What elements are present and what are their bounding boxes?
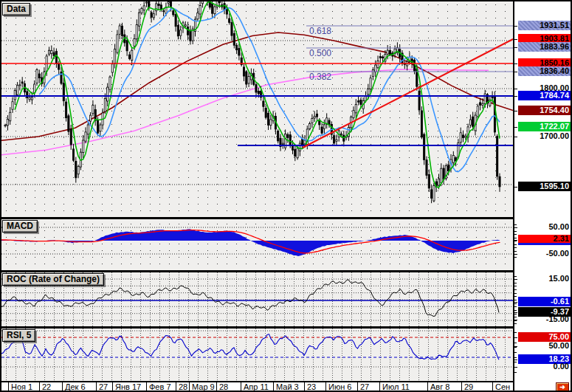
x-axis-label: Ноя 1 (8, 382, 32, 392)
axis-tick (514, 47, 517, 48)
axis-minor-tick (514, 347, 517, 348)
plot-macd[interactable] (1, 219, 513, 270)
x-axis-label: Мар 9 (189, 382, 215, 392)
axis-tick (514, 63, 517, 64)
axis-level-label: 15.00 (518, 274, 571, 283)
x-axis-label: Янв 17 (112, 382, 141, 392)
axis-minor-tick (514, 293, 517, 294)
axis-minor-tick (514, 238, 517, 238)
axis-level-label: 50.00 (518, 341, 571, 351)
scroll-right-icon: ➜ (559, 383, 565, 391)
axis-minor-tick (514, 241, 517, 241)
axis-tick (514, 26, 517, 27)
x-axis-label: Апр 11 (241, 382, 269, 392)
panel-separator (1, 217, 513, 219)
x-axis-label: Фев 7 (146, 382, 171, 392)
panel-separator (1, 270, 513, 272)
trading-chart-window: 0.6180.5000.382 Data MACD ROC (Rate of C… (0, 0, 572, 392)
axis-tick (514, 96, 517, 97)
axis-minor-tick (514, 234, 517, 235)
value-badge: 1836.40 (518, 66, 571, 76)
axis-tick (514, 187, 517, 188)
axis-tick (514, 320, 517, 320)
axis-tick (514, 337, 517, 338)
value-badge: -0.61 (518, 297, 571, 306)
x-axis-label: 28 (216, 382, 228, 392)
axis-minor-tick (514, 251, 517, 252)
axis-minor-tick (514, 310, 517, 311)
x-axis-label: 23 (304, 382, 316, 392)
axis-minor-tick (514, 343, 517, 343)
axis-minor-tick (514, 320, 517, 321)
value-badge: 1883.96 (518, 42, 571, 52)
axis-minor-tick (514, 306, 517, 307)
x-axis-label: 29 (461, 382, 473, 392)
fib-level-label: 0.618 (309, 26, 331, 36)
axis-tick (514, 312, 517, 313)
axis-minor-tick (514, 286, 517, 286)
scroll-end-button[interactable]: ➜ (556, 382, 569, 391)
x-axis-label: Авг 8 (427, 382, 449, 392)
price-scale-axis: 1931.511903.811883.961850.161836.401800.… (513, 1, 572, 391)
axis-minor-tick (514, 247, 517, 248)
axis-tick (514, 302, 517, 303)
axis-minor-tick (514, 372, 517, 373)
rsi-panel (1, 329, 513, 381)
time-axis: Ноя 122Дек 627Янв 17Фев 728Мар 928Апр 11… (1, 381, 513, 392)
value-badge: 1784.74 (518, 91, 571, 100)
roc-panel-label-button[interactable]: ROC (Rate of Change) (2, 273, 104, 286)
axis-minor-tick (514, 283, 517, 283)
value-badge: 1595.10 (518, 182, 571, 191)
axis-minor-tick (514, 332, 517, 333)
axis-minor-tick (514, 257, 517, 258)
axis-tick (514, 367, 517, 368)
axis-minor-tick (514, 300, 517, 300)
axis-minor-tick (514, 314, 517, 314)
x-axis-label: Июн 6 (325, 382, 351, 392)
axis-minor-tick (514, 303, 517, 304)
axis-tick (514, 279, 517, 280)
macd-panel (1, 219, 513, 270)
main-chart-panel: 0.6180.5000.382 (1, 1, 513, 217)
axis-minor-tick (514, 244, 517, 245)
panel-separator (1, 326, 513, 329)
axis-tick (514, 346, 517, 347)
axis-tick (514, 137, 517, 137)
axis-level-label: 1700.00 (518, 131, 571, 141)
axis-level-label: 0.00 (518, 362, 571, 371)
x-axis-label: Июл 11 (379, 382, 410, 392)
axis-level-label: -50.00 (518, 249, 571, 258)
axis-level-label: -15.00 (518, 314, 571, 324)
axis-minor-tick (514, 296, 517, 297)
x-axis-label: 27 (96, 382, 108, 392)
axis-minor-tick (514, 362, 517, 362)
data-panel-label-button[interactable]: Data (2, 3, 30, 16)
fib-level-label: 0.500 (309, 48, 331, 58)
axis-minor-tick (514, 276, 517, 277)
axis-tick (514, 254, 517, 255)
value-badge: 1722.07 (518, 122, 571, 131)
axis-minor-tick (514, 357, 517, 358)
rsi-panel-label-button[interactable]: RSI, 5 (2, 329, 35, 342)
plot-rsi[interactable] (1, 329, 513, 381)
axis-tick (514, 240, 517, 241)
axis-tick (514, 72, 517, 72)
fib-level-label: 0.382 (309, 72, 331, 82)
axis-minor-tick (514, 231, 517, 232)
axis-tick (514, 360, 517, 360)
axis-tick (514, 111, 517, 111)
axis-minor-tick (514, 323, 517, 324)
x-axis-label: Дек 6 (62, 382, 86, 392)
x-axis-label: Май 3 (273, 382, 299, 392)
axis-tick (514, 39, 517, 40)
axis-minor-tick (514, 289, 517, 290)
value-badge: 1754.40 (518, 106, 571, 115)
x-axis-label: 22 (39, 382, 51, 392)
axis-tick (514, 127, 517, 128)
x-axis-label: 27 (357, 382, 369, 392)
axis-minor-tick (514, 317, 517, 317)
macd-panel-label-button[interactable]: MACD (2, 220, 38, 233)
value-badge: 2.31 (518, 235, 571, 245)
axis-minor-tick (514, 224, 517, 225)
plot-main[interactable]: 0.6180.5000.382 (1, 1, 513, 217)
